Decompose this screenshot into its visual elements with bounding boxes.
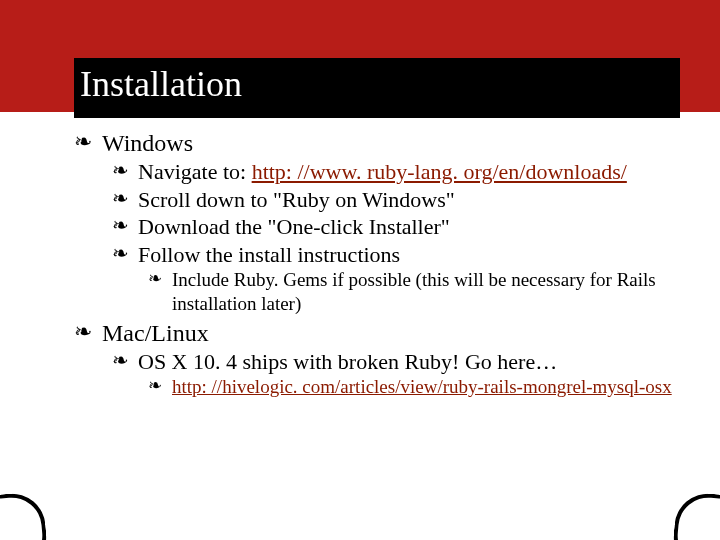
- bullet-text: OS X 10. 4 ships with broken Ruby! Go he…: [138, 349, 557, 374]
- bullet-osx: OS X 10. 4 ships with broken Ruby! Go he…: [112, 348, 680, 399]
- bullet-text: Mac/Linux: [102, 320, 209, 346]
- corner-bottom-left-icon: [0, 491, 49, 540]
- bullet-text: Scroll down to "Ruby on Windows": [138, 187, 455, 212]
- bullet-follow: Follow the install instructions Include …: [112, 241, 680, 316]
- bullet-download: Download the "One-click Installer": [112, 213, 680, 241]
- ruby-download-link[interactable]: http: //www. ruby-lang. org/en/downloads…: [252, 159, 627, 184]
- bullet-include-gems: Include Ruby. Gems if possible (this wil…: [148, 268, 680, 316]
- bullet-text: Download the "One-click Installer": [138, 214, 450, 239]
- bullet-hivelogic: http: //hivelogic. com/articles/view/rub…: [148, 375, 680, 399]
- bullet-text: Include Ruby. Gems if possible (this wil…: [172, 269, 656, 314]
- bullet-text: Windows: [102, 130, 193, 156]
- bullet-windows: Windows Navigate to: http: //www. ruby-l…: [74, 128, 680, 316]
- bullet-navigate: Navigate to: http: //www. ruby-lang. org…: [112, 158, 680, 186]
- hivelogic-link[interactable]: http: //hivelogic. com/articles/view/rub…: [172, 376, 672, 397]
- bullet-text: Follow the install instructions: [138, 242, 400, 267]
- slide-title: Installation: [74, 58, 680, 118]
- slide: Installation Windows Navigate to: http: …: [0, 0, 720, 540]
- bullet-text: Navigate to:: [138, 159, 252, 184]
- bullet-mac-linux: Mac/Linux OS X 10. 4 ships with broken R…: [74, 318, 680, 399]
- slide-content: Windows Navigate to: http: //www. ruby-l…: [74, 128, 680, 401]
- bullet-scroll: Scroll down to "Ruby on Windows": [112, 186, 680, 214]
- corner-bottom-right-icon: [671, 491, 720, 540]
